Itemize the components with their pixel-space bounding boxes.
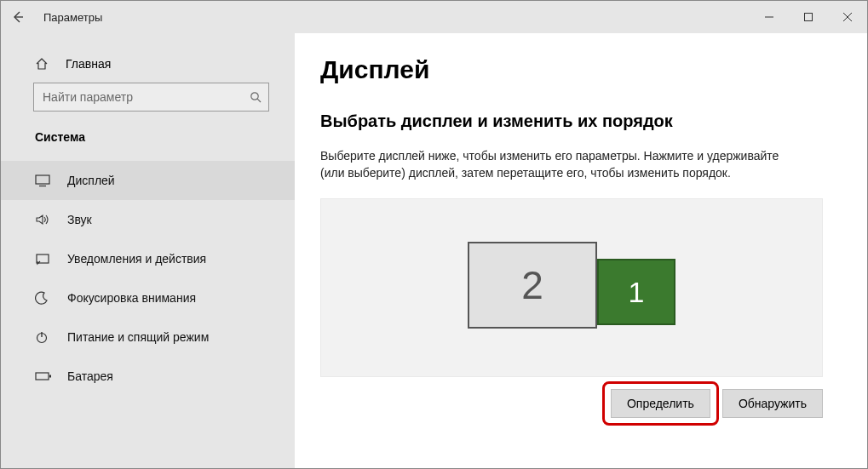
home-icon xyxy=(35,57,54,71)
svg-rect-12 xyxy=(36,373,49,380)
svg-rect-2 xyxy=(805,14,813,21)
page-title: Дисплей xyxy=(320,55,842,84)
search-wrap xyxy=(1,83,295,125)
speaker-icon xyxy=(35,213,54,226)
window-body: Главная Система Дисплей xyxy=(1,33,867,468)
close-button[interactable] xyxy=(828,1,867,33)
search-icon xyxy=(250,91,262,103)
battery-icon xyxy=(35,371,54,381)
sidebar-item-battery[interactable]: Батарея xyxy=(1,357,295,396)
sidebar-item-notifications[interactable]: Уведомления и действия xyxy=(1,239,295,278)
power-icon xyxy=(35,330,54,344)
sidebar-item-power[interactable]: Питание и спящий режим xyxy=(1,317,295,357)
section-description: Выберите дисплей ниже, чтобы изменить ег… xyxy=(320,148,797,181)
main-content: Дисплей Выбрать дисплеи и изменить их по… xyxy=(295,33,867,468)
identify-button[interactable]: Определить xyxy=(611,389,710,418)
sidebar-item-label: Питание и спящий режим xyxy=(67,330,209,344)
monitor-label: 2 xyxy=(521,262,543,308)
sidebar-item-focus[interactable]: Фокусировка внимания xyxy=(1,278,295,317)
svg-rect-9 xyxy=(37,255,49,263)
minimize-icon xyxy=(764,12,774,22)
search-input[interactable] xyxy=(33,83,269,112)
detect-button[interactable]: Обнаружить xyxy=(722,389,823,418)
settings-window: Параметры Главная xyxy=(0,0,868,469)
sidebar-item-label: Уведомления и действия xyxy=(67,252,206,266)
sidebar-item-sound[interactable]: Звук xyxy=(1,200,295,239)
monitors-group: 2 1 xyxy=(468,242,675,329)
titlebar: Параметры xyxy=(1,1,867,33)
sidebar-home-label: Главная xyxy=(66,57,111,71)
close-icon xyxy=(842,12,853,22)
monitor-icon xyxy=(35,174,54,187)
svg-line-6 xyxy=(257,99,261,102)
window-title: Параметры xyxy=(43,11,102,24)
sidebar-item-label: Фокусировка внимания xyxy=(67,291,196,305)
section-heading: Выбрать дисплеи и изменить их порядок xyxy=(320,112,842,131)
sidebar-item-label: Дисплей xyxy=(67,174,115,187)
svg-rect-13 xyxy=(49,375,51,378)
back-button[interactable] xyxy=(1,1,35,33)
search-field[interactable] xyxy=(43,90,250,104)
display-arrangement-area[interactable]: 2 1 xyxy=(320,198,823,377)
svg-point-5 xyxy=(251,93,258,100)
sidebar-item-display[interactable]: Дисплей xyxy=(1,161,295,200)
sidebar-item-home[interactable]: Главная xyxy=(1,52,295,83)
monitor-label: 1 xyxy=(629,276,645,309)
minimize-button[interactable] xyxy=(750,1,789,33)
maximize-icon xyxy=(803,12,813,22)
sidebar-item-label: Звук xyxy=(67,213,92,226)
moon-icon xyxy=(35,291,54,305)
notifications-icon xyxy=(35,252,54,266)
window-controls xyxy=(750,1,867,33)
display-buttons-row: Определить Обнаружить xyxy=(320,389,823,418)
monitor-2[interactable]: 2 xyxy=(468,242,597,329)
sidebar: Главная Система Дисплей xyxy=(1,33,295,468)
arrow-left-icon xyxy=(11,10,25,24)
svg-rect-7 xyxy=(36,175,49,184)
sidebar-item-label: Батарея xyxy=(67,369,113,383)
maximize-button[interactable] xyxy=(789,1,828,33)
monitor-1[interactable]: 1 xyxy=(597,259,675,325)
sidebar-section-title: Система xyxy=(1,125,295,161)
